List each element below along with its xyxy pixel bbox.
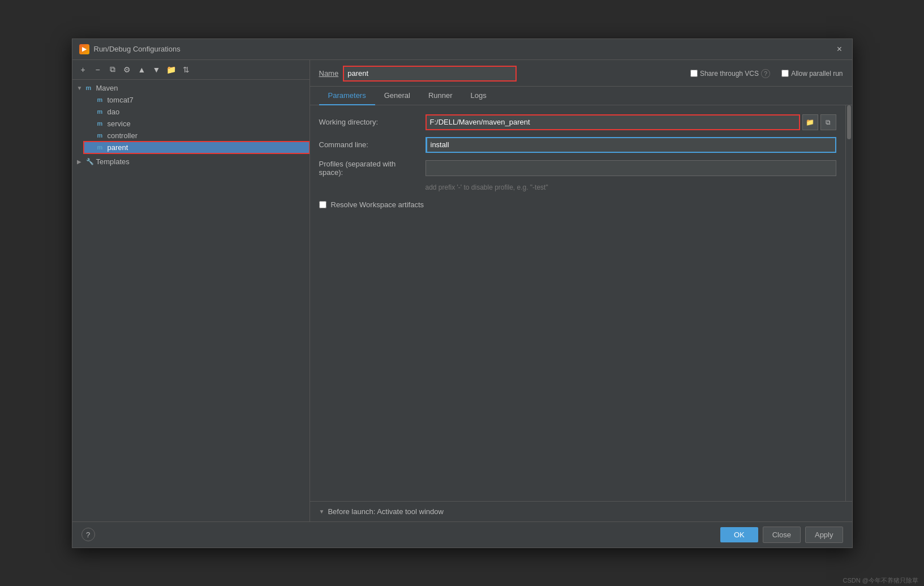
tab-general[interactable]: General — [375, 87, 419, 105]
working-directory-label: Working directory: — [319, 118, 421, 126]
before-launch-arrow: ▼ — [319, 508, 325, 515]
add-config-button[interactable]: + — [77, 63, 89, 76]
tree-area: ▼ m Maven m tomcat7 m dao — [72, 80, 310, 521]
share-vcs-section: Share through VCS ? — [690, 69, 770, 78]
run-debug-dialog: ▶ Run/Debug Configurations × + − ⧉ ⚙ ▲ ▼… — [72, 39, 853, 548]
command-line-input[interactable] — [426, 137, 836, 153]
templates-label: Templates — [96, 157, 130, 166]
templates-icon: 🔧 — [86, 158, 94, 165]
settings-button[interactable]: ⚙ — [121, 63, 134, 76]
tree-item-parent[interactable]: m parent — [84, 142, 310, 153]
command-line-field-group — [426, 137, 836, 153]
maven-icon: m — [86, 84, 94, 91]
name-row: Name Share through VCS ? Allow parallel … — [310, 60, 852, 87]
tomcat7-maven-icon: m — [97, 96, 105, 103]
folder-button[interactable]: 📁 — [165, 63, 178, 76]
dialog-body: + − ⧉ ⚙ ▲ ▼ 📁 ⇅ ▼ m Maven — [72, 60, 852, 521]
help-button[interactable]: ? — [81, 528, 95, 541]
apply-button[interactable]: Apply — [805, 527, 843, 543]
templates-arrow: ▶ — [77, 159, 84, 165]
service-label: service — [108, 119, 131, 128]
resolve-workspace-label: Resolve Workspace artifacts — [331, 200, 424, 209]
tab-logs[interactable]: Logs — [462, 87, 496, 105]
profiles-field-group — [426, 160, 836, 176]
left-panel: + − ⧉ ⚙ ▲ ▼ 📁 ⇅ ▼ m Maven — [72, 60, 310, 521]
move-down-button[interactable]: ▼ — [151, 63, 163, 76]
ok-button[interactable]: OK — [720, 527, 758, 542]
tree-item-maven[interactable]: ▼ m Maven — [72, 82, 310, 94]
profiles-row: Profiles (separated with space): — [319, 160, 836, 177]
right-scrollbar[interactable] — [845, 105, 852, 501]
dao-maven-icon: m — [97, 108, 105, 115]
allow-parallel-label: Allow parallel run — [791, 70, 843, 78]
dialog-title: Run/Debug Configurations — [94, 45, 180, 53]
title-bar: ▶ Run/Debug Configurations × — [72, 39, 852, 60]
name-input[interactable] — [343, 66, 517, 82]
share-vcs-label: Share through VCS — [700, 70, 759, 78]
resolve-workspace-checkbox[interactable] — [319, 201, 326, 208]
controller-maven-icon: m — [97, 132, 105, 139]
profiles-input[interactable] — [426, 160, 836, 176]
sort-button[interactable]: ⇅ — [180, 63, 192, 76]
parent-label: parent — [108, 143, 128, 152]
name-label: Name — [319, 69, 339, 78]
scrollbar-thumb — [847, 105, 851, 139]
share-vcs-help-icon: ? — [761, 69, 770, 78]
bottom-bar: ? OK Close Apply — [72, 521, 852, 547]
close-window-button[interactable]: × — [834, 44, 845, 55]
share-vcs-checkbox[interactable] — [690, 70, 698, 77]
tree-item-dao[interactable]: m dao — [84, 106, 310, 118]
browse-folder-button[interactable]: 📁 — [802, 114, 818, 130]
controller-label: controller — [108, 131, 137, 140]
right-panel: Name Share through VCS ? Allow parallel … — [310, 60, 852, 521]
service-maven-icon: m — [97, 120, 105, 127]
dao-label: dao — [108, 108, 120, 116]
tree-children: m tomcat7 m dao m service — [72, 94, 310, 153]
maven-label: Maven — [96, 84, 118, 92]
command-line-row: Command line: — [319, 137, 836, 153]
working-directory-input[interactable] — [426, 114, 800, 130]
title-bar-left: ▶ Run/Debug Configurations — [79, 44, 180, 54]
tab-runner[interactable]: Runner — [419, 87, 462, 105]
copy-path-button[interactable]: ⧉ — [820, 114, 836, 130]
tabs-row: Parameters General Runner Logs — [310, 87, 852, 105]
tree-item-service[interactable]: m service — [84, 118, 310, 130]
before-launch-header[interactable]: ▼ Before launch: Activate tool window — [319, 507, 843, 516]
copy-config-button[interactable]: ⧉ — [106, 63, 119, 76]
working-directory-row: Working directory: 📁 ⧉ — [319, 114, 836, 130]
remove-config-button[interactable]: − — [92, 63, 104, 76]
toolbar: + − ⧉ ⚙ ▲ ▼ 📁 ⇅ — [72, 60, 310, 80]
profiles-label: Profiles (separated with space): — [319, 160, 421, 177]
tab-parameters[interactable]: Parameters — [319, 87, 375, 105]
resolve-workspace-row: Resolve Workspace artifacts — [319, 200, 836, 209]
maven-expand-arrow: ▼ — [77, 85, 84, 91]
bottom-right-buttons: OK Close Apply — [720, 527, 843, 543]
app-icon: ▶ — [79, 44, 89, 54]
profiles-hint: add prefix '-' to disable profile, e.g. … — [426, 183, 836, 191]
tomcat7-label: tomcat7 — [108, 96, 134, 104]
allow-parallel-checkbox[interactable] — [781, 70, 789, 77]
content-panel: Working directory: 📁 ⧉ Command line: — [310, 105, 852, 501]
close-button[interactable]: Close — [763, 527, 801, 543]
before-launch-label: Before launch: Activate tool window — [328, 507, 444, 516]
move-up-button[interactable]: ▲ — [136, 63, 148, 76]
before-launch-section: ▼ Before launch: Activate tool window — [310, 501, 852, 521]
working-directory-field-group: 📁 ⧉ — [426, 114, 836, 130]
command-line-label: Command line: — [319, 140, 421, 149]
tree-item-templates[interactable]: ▶ 🔧 Templates — [72, 156, 310, 168]
parent-maven-icon: m — [97, 144, 105, 151]
parallel-run-section: Allow parallel run — [781, 70, 843, 78]
tree-item-controller[interactable]: m controller — [84, 130, 310, 142]
watermark: CSDN @今年不养猪只除草 — [843, 576, 918, 585]
tree-item-tomcat7[interactable]: m tomcat7 — [84, 94, 310, 106]
parameters-content: Working directory: 📁 ⧉ Command line: — [310, 105, 845, 501]
